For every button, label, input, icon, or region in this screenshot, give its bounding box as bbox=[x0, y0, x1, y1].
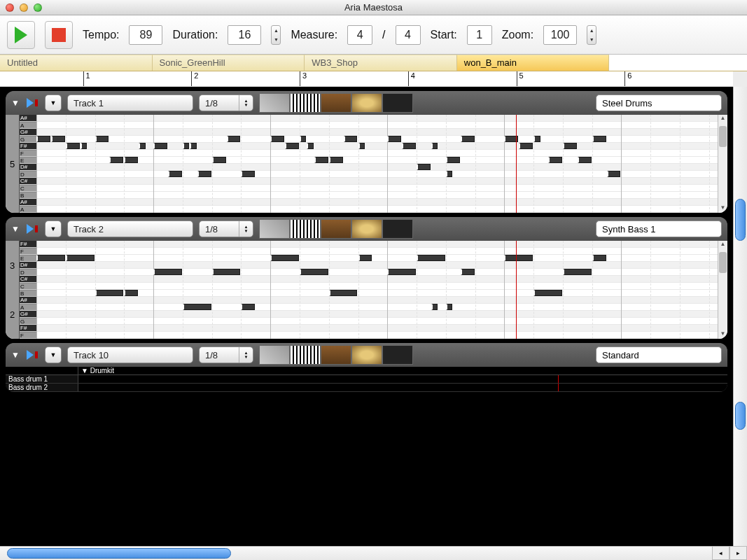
mute-button[interactable] bbox=[27, 98, 39, 108]
drum-editor-icon[interactable] bbox=[351, 219, 382, 239]
midi-note[interactable] bbox=[607, 171, 621, 177]
piano-key[interactable]: D# bbox=[20, 262, 36, 269]
piano-key[interactable]: A bbox=[20, 304, 36, 311]
midi-note[interactable] bbox=[212, 269, 241, 275]
midi-note[interactable] bbox=[300, 269, 328, 275]
midi-note[interactable] bbox=[446, 304, 452, 310]
controller-editor-icon[interactable] bbox=[382, 219, 413, 239]
midi-note[interactable] bbox=[431, 143, 438, 149]
midi-note[interactable] bbox=[358, 255, 372, 261]
piano-key[interactable]: A# bbox=[20, 199, 36, 206]
midi-note[interactable] bbox=[358, 143, 365, 149]
midi-note[interactable] bbox=[307, 143, 313, 149]
track-collapse-toggle[interactable]: ▼ bbox=[11, 350, 21, 360]
midi-note[interactable] bbox=[431, 304, 438, 310]
keyboard-editor-icon[interactable] bbox=[290, 93, 321, 113]
midi-note[interactable] bbox=[563, 143, 577, 149]
measure-ruler[interactable]: 123456 bbox=[0, 71, 733, 87]
midi-note[interactable] bbox=[270, 255, 299, 261]
playhead[interactable] bbox=[516, 241, 517, 339]
track-collapse-toggle[interactable]: ▼ bbox=[11, 98, 21, 108]
piano-key[interactable]: F bbox=[20, 248, 36, 255]
instrument-selector[interactable]: Standard bbox=[596, 346, 722, 363]
note-grid[interactable] bbox=[36, 115, 718, 213]
midi-note[interactable] bbox=[66, 143, 80, 149]
measure-numerator-input[interactable] bbox=[347, 25, 372, 45]
midi-note[interactable] bbox=[519, 143, 533, 149]
midi-note[interactable] bbox=[548, 157, 562, 163]
scroll-left-button[interactable]: ◂ bbox=[712, 546, 729, 560]
window-zoom-button[interactable] bbox=[34, 4, 42, 12]
tab-won-b-main[interactable]: won_B_main bbox=[457, 55, 610, 71]
midi-note[interactable] bbox=[533, 136, 540, 142]
midi-note[interactable] bbox=[461, 269, 475, 275]
drum-editor-icon[interactable] bbox=[351, 345, 382, 365]
piano-key[interactable]: F bbox=[20, 150, 36, 157]
piano-key[interactable]: C bbox=[20, 283, 36, 290]
midi-note[interactable] bbox=[153, 143, 167, 149]
midi-note[interactable] bbox=[183, 143, 189, 149]
piano-key[interactable]: G# bbox=[20, 311, 36, 318]
midi-note[interactable] bbox=[592, 255, 606, 261]
midi-note[interactable] bbox=[124, 290, 138, 296]
piano-key[interactable]: C bbox=[20, 185, 36, 192]
midi-note[interactable] bbox=[124, 157, 138, 163]
controller-editor-icon[interactable] bbox=[382, 345, 413, 365]
midi-note[interactable] bbox=[563, 269, 592, 275]
midi-note[interactable] bbox=[387, 269, 416, 275]
mute-button[interactable] bbox=[27, 350, 39, 360]
vertical-scroll-thumb[interactable] bbox=[735, 402, 746, 430]
playhead[interactable] bbox=[516, 115, 517, 213]
midi-note[interactable] bbox=[51, 136, 65, 142]
keyboard-editor-icon[interactable] bbox=[290, 345, 321, 365]
midi-note[interactable] bbox=[533, 290, 562, 296]
keyboard-editor-icon[interactable] bbox=[290, 219, 321, 239]
midi-note[interactable] bbox=[81, 143, 87, 149]
midi-note[interactable] bbox=[417, 255, 445, 261]
score-editor-icon[interactable] bbox=[259, 345, 290, 365]
track-vertical-scrollbar[interactable]: ▲▼ bbox=[718, 115, 727, 213]
instrument-selector[interactable]: Steel Drums bbox=[596, 94, 722, 111]
piano-key[interactable]: A bbox=[20, 206, 36, 213]
track-name-dropdown[interactable]: Track 10 bbox=[67, 346, 193, 363]
midi-note[interactable] bbox=[36, 136, 50, 142]
midi-note[interactable] bbox=[578, 157, 592, 163]
piano-key[interactable]: A# bbox=[20, 115, 36, 122]
instrument-selector[interactable]: Synth Bass 1 bbox=[596, 220, 722, 237]
midi-note[interactable] bbox=[285, 143, 299, 149]
note-value-dropdown[interactable]: 1/8▲▼ bbox=[199, 220, 253, 237]
piano-key[interactable]: A# bbox=[20, 297, 36, 304]
piano-key[interactable]: B bbox=[20, 290, 36, 297]
midi-note[interactable] bbox=[109, 157, 123, 163]
piano-key[interactable]: E bbox=[20, 255, 36, 262]
midi-note[interactable] bbox=[197, 171, 211, 177]
midi-note[interactable] bbox=[329, 157, 343, 163]
vertical-scrollbar[interactable] bbox=[733, 87, 747, 546]
vertical-scroll-thumb[interactable] bbox=[735, 199, 746, 241]
midi-note[interactable] bbox=[227, 136, 241, 142]
note-grid[interactable] bbox=[36, 241, 718, 339]
tempo-input[interactable] bbox=[129, 25, 162, 45]
drum-grid[interactable]: ▼ DrumkitBass drum 1Bass drum 2 bbox=[6, 367, 727, 392]
piano-key[interactable]: F# bbox=[20, 143, 36, 150]
zoom-stepper[interactable]: ▲▼ bbox=[587, 25, 596, 45]
midi-note[interactable] bbox=[314, 157, 328, 163]
controller-editor-icon[interactable] bbox=[382, 93, 413, 113]
tab-untitled[interactable]: Untitled bbox=[0, 55, 153, 71]
score-editor-icon[interactable] bbox=[259, 219, 290, 239]
midi-note[interactable] bbox=[36, 255, 65, 261]
midi-note[interactable] bbox=[183, 304, 211, 310]
track-menu-button[interactable]: ▼ bbox=[45, 220, 62, 237]
tab-sonic-greenhill[interactable]: Sonic_GreenHill bbox=[153, 55, 305, 71]
piano-key[interactable]: C# bbox=[20, 178, 36, 185]
note-value-dropdown[interactable]: 1/8▲▼ bbox=[199, 94, 253, 111]
piano-key[interactable]: B bbox=[20, 192, 36, 199]
midi-note[interactable] bbox=[95, 136, 109, 142]
tab-wb3-shop[interactable]: WB3_Shop bbox=[305, 55, 457, 71]
track-name-dropdown[interactable]: Track 1 bbox=[67, 94, 193, 111]
note-value-dropdown[interactable]: 1/8▲▼ bbox=[199, 346, 253, 363]
measure-denominator-input[interactable] bbox=[396, 25, 421, 45]
midi-note[interactable] bbox=[329, 290, 358, 296]
piano-key[interactable]: D bbox=[20, 171, 36, 178]
guitar-editor-icon[interactable] bbox=[321, 219, 351, 239]
